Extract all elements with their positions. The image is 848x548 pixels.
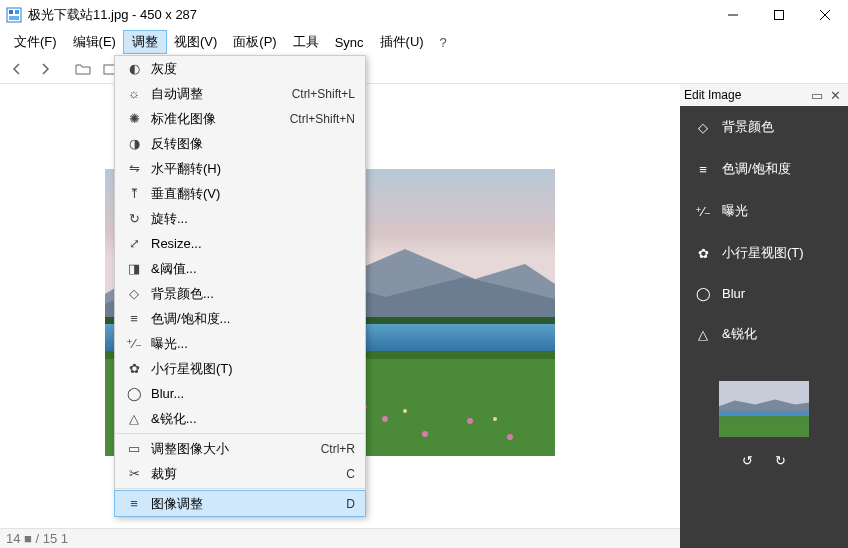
canvas-icon: ▭ <box>121 441 147 456</box>
halfdrop-icon: ◑ <box>121 136 147 151</box>
panel-opt-exposure[interactable]: ⁺⁄₋曝光 <box>680 190 848 232</box>
svg-point-32 <box>403 409 407 413</box>
panel-header: Edit Image ▭ ✕ <box>680 84 848 106</box>
menu-auto-adjust[interactable]: ☼自动调整Ctrl+Shift+L <box>115 81 365 106</box>
rotate-cw-button[interactable]: ↻ <box>775 453 786 468</box>
menu-planet[interactable]: ✿小行星视图(T) <box>115 356 365 381</box>
menu-resize[interactable]: ⤢Resize... <box>115 231 365 256</box>
resize-icon: ⤢ <box>121 236 147 251</box>
svg-point-25 <box>422 431 428 437</box>
panel-opt-planet[interactable]: ✿小行星视图(T) <box>680 232 848 274</box>
menu-invert[interactable]: ◑反转图像 <box>115 131 365 156</box>
sliders-icon: ≡ <box>121 311 147 326</box>
menu-flip-v[interactable]: ⤒垂直翻转(V) <box>115 181 365 206</box>
svg-rect-36 <box>719 416 809 437</box>
menu-plugins[interactable]: 插件(U) <box>372 31 432 53</box>
menu-image-adjust[interactable]: ≡图像调整D <box>115 491 365 516</box>
panel-opt-sharpen[interactable]: △&锐化 <box>680 313 848 355</box>
menu-hsl[interactable]: ≡色调/饱和度... <box>115 306 365 331</box>
svg-point-26 <box>467 418 473 424</box>
exposure-icon: ⁺⁄₋ <box>694 204 712 219</box>
planet-icon: ✿ <box>121 361 147 376</box>
menu-blur[interactable]: ◯Blur... <box>115 381 365 406</box>
sun-icon: ☼ <box>121 86 147 101</box>
svg-rect-1 <box>9 10 13 14</box>
panel-thumbnail <box>680 381 848 437</box>
menu-threshold[interactable]: ◨&阈值... <box>115 256 365 281</box>
close-button[interactable] <box>802 0 848 30</box>
bg-icon: ◇ <box>694 120 712 135</box>
titlebar: 极光下载站11.jpg - 450 x 287 <box>0 0 848 30</box>
statusbar: 14 ■ / 15 1 <box>0 528 680 548</box>
folder-open-icon[interactable] <box>70 56 96 82</box>
target-icon: ✺ <box>121 111 147 126</box>
nav-forward-button[interactable] <box>32 56 58 82</box>
svg-rect-5 <box>775 11 784 20</box>
maximize-button[interactable] <box>756 0 802 30</box>
contrast-icon: ◐ <box>121 61 147 76</box>
panel-close-icon[interactable]: ✕ <box>826 88 844 103</box>
svg-rect-3 <box>9 16 19 20</box>
panel-title: Edit Image <box>684 88 808 102</box>
drop-icon: ◯ <box>121 386 147 401</box>
menu-canvas-size[interactable]: ▭调整图像大小Ctrl+R <box>115 436 365 461</box>
adjust-dropdown: ◐灰度 ☼自动调整Ctrl+Shift+L ✺标准化图像Ctrl+Shift+N… <box>114 55 366 517</box>
menu-rotate[interactable]: ↻旋转... <box>115 206 365 231</box>
svg-point-33 <box>493 417 497 421</box>
panel-detach-icon[interactable]: ▭ <box>808 88 826 103</box>
svg-point-27 <box>507 434 513 440</box>
window-title: 极光下载站11.jpg - 450 x 287 <box>28 6 710 24</box>
menu-crop[interactable]: ✂裁剪C <box>115 461 365 486</box>
panel-opt-hsl[interactable]: ≡色调/饱和度 <box>680 148 848 190</box>
menu-normalize[interactable]: ✺标准化图像Ctrl+Shift+N <box>115 106 365 131</box>
menu-file[interactable]: 文件(F) <box>6 31 65 53</box>
exposure-icon: ⁺⁄₋ <box>121 336 147 351</box>
menu-adjust[interactable]: 调整 <box>124 31 166 53</box>
sliders-icon: ≡ <box>694 162 712 177</box>
app-icon <box>6 7 22 23</box>
menu-edit[interactable]: 编辑(E) <box>65 31 124 53</box>
crop-icon: ✂ <box>121 466 147 481</box>
menu-bgcolor[interactable]: ◇背景颜色... <box>115 281 365 306</box>
menu-sharpen[interactable]: △&锐化... <box>115 406 365 431</box>
drop-icon: ◯ <box>694 286 712 301</box>
svg-rect-35 <box>719 411 809 416</box>
svg-rect-2 <box>15 10 19 14</box>
menubar: 文件(F) 编辑(E) 调整 视图(V) 面板(P) 工具 Sync 插件(U)… <box>0 30 848 54</box>
menu-separator <box>115 488 365 489</box>
menu-panel[interactable]: 面板(P) <box>225 31 284 53</box>
panel-opt-blur[interactable]: ◯Blur <box>680 274 848 313</box>
menu-exposure[interactable]: ⁺⁄₋曝光... <box>115 331 365 356</box>
edit-image-panel: Edit Image ▭ ✕ ◇背景颜色 ≡色调/饱和度 ⁺⁄₋曝光 ✿小行星视… <box>680 84 848 548</box>
menu-view[interactable]: 视图(V) <box>166 31 225 53</box>
sliders-icon: ≡ <box>121 496 147 511</box>
bg-icon: ◇ <box>121 286 147 301</box>
menu-flip-h[interactable]: ⇋水平翻转(H) <box>115 156 365 181</box>
rotate-ccw-button[interactable]: ↺ <box>742 453 753 468</box>
menu-tools[interactable]: 工具 <box>285 31 327 53</box>
planet-icon: ✿ <box>694 246 712 261</box>
rotate-icon: ↻ <box>121 211 147 226</box>
menu-help[interactable]: ? <box>432 33 455 52</box>
sharpen-icon: △ <box>121 411 147 426</box>
minimize-button[interactable] <box>710 0 756 30</box>
sharpen-icon: △ <box>694 327 712 342</box>
panel-rotate-buttons: ↺ ↻ <box>680 453 848 468</box>
nav-back-button[interactable] <box>4 56 30 82</box>
flipv-icon: ⤒ <box>121 186 147 201</box>
menu-separator <box>115 433 365 434</box>
threshold-icon: ◨ <box>121 261 147 276</box>
fliph-icon: ⇋ <box>121 161 147 176</box>
menu-greyscale[interactable]: ◐灰度 <box>115 56 365 81</box>
svg-point-24 <box>382 416 388 422</box>
menu-sync[interactable]: Sync <box>327 33 372 52</box>
panel-opt-bgcolor[interactable]: ◇背景颜色 <box>680 106 848 148</box>
